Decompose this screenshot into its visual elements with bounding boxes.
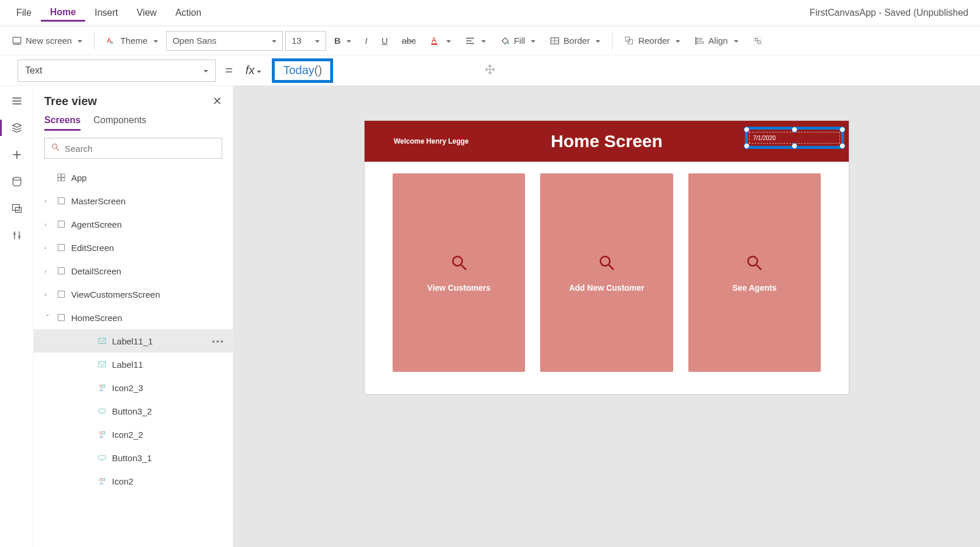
tree-search[interactable]: [44, 138, 222, 159]
menu-file[interactable]: File: [7, 5, 41, 20]
menu-view[interactable]: View: [127, 5, 166, 20]
canvas[interactable]: Welcome Henry Legge Home Screen 7/1/2020: [365, 121, 849, 394]
italic-button[interactable]: I: [359, 33, 373, 48]
bold-button[interactable]: B: [328, 33, 357, 48]
svg-rect-28: [15, 207, 21, 212]
tree-item-detailscreen[interactable]: › DetailScreen: [34, 259, 233, 283]
font-family-select[interactable]: Open Sans: [166, 31, 283, 51]
rail-media[interactable]: [10, 201, 24, 215]
fill-button[interactable]: Fill: [494, 33, 541, 48]
rail-advanced[interactable]: [10, 228, 24, 242]
group-button[interactable]: [747, 33, 769, 48]
date-label-text: 7/1/2020: [753, 135, 776, 141]
card-label: View Customers: [427, 283, 491, 292]
border-icon: [550, 36, 560, 46]
more-icon[interactable]: •••: [212, 336, 225, 346]
screen-icon: [56, 196, 66, 206]
app-header: Welcome Henry Legge Home Screen 7/1/2020: [365, 121, 849, 162]
property-select[interactable]: Text: [18, 60, 216, 82]
rail-insert[interactable]: [10, 148, 24, 162]
rail-tree-view[interactable]: [10, 121, 24, 135]
reorder-label: Reorder: [638, 36, 670, 46]
cards-row: View Customers Add New Customer See Agen…: [365, 162, 849, 384]
svg-rect-46: [99, 361, 106, 367]
menu-home[interactable]: Home: [41, 5, 85, 22]
tree-item-masterscreen[interactable]: › MasterScreen: [34, 189, 233, 212]
new-screen-button[interactable]: New screen: [6, 33, 88, 48]
fx-button[interactable]: fx: [242, 64, 265, 77]
menu-insert[interactable]: Insert: [85, 5, 127, 20]
svg-point-50: [99, 431, 102, 434]
collapse-icon[interactable]: ›: [44, 314, 51, 321]
expand-icon[interactable]: ›: [44, 197, 51, 204]
text-align-button[interactable]: [459, 33, 492, 48]
chevron-down-icon: [313, 36, 320, 46]
expand-icon[interactable]: ›: [44, 244, 51, 251]
underline-button[interactable]: U: [376, 33, 394, 48]
tree-item-button3-1[interactable]: Button3_1: [34, 446, 233, 469]
app-icon: [56, 172, 66, 183]
tree-item-label: Icon2_2: [112, 430, 143, 440]
equals-sign: =: [223, 63, 235, 78]
reorder-icon: [624, 36, 635, 46]
rail-data[interactable]: [10, 175, 24, 189]
chevron-down-icon: [593, 36, 600, 46]
close-icon[interactable]: ✕: [212, 94, 222, 108]
tree-item-label11-1[interactable]: Label11_1 •••: [34, 329, 233, 353]
svg-rect-14: [628, 39, 633, 44]
tab-screens[interactable]: Screens: [44, 115, 80, 131]
tree-item-app[interactable]: App: [34, 166, 233, 189]
menu-action[interactable]: Action: [166, 5, 211, 20]
rail-hamburger[interactable]: [10, 94, 24, 108]
chevron-down-icon: [479, 36, 486, 46]
screen-icon: [12, 36, 22, 46]
ribbon: New screen Aa Theme Open Sans 13 B I U a…: [0, 26, 980, 55]
card-view-customers[interactable]: View Customers: [393, 173, 525, 372]
strikethrough-button[interactable]: abc: [396, 33, 422, 48]
svg-text:A: A: [432, 36, 436, 44]
tree-item-viewcustomersscreen[interactable]: › ViewCustomersScreen: [34, 283, 233, 306]
tree-item-button3-2[interactable]: Button3_2: [34, 399, 233, 423]
tree-search-input[interactable]: [65, 144, 216, 154]
svg-rect-52: [99, 456, 106, 460]
expand-icon[interactable]: ›: [44, 221, 51, 228]
tree-item-icon2-3[interactable]: Icon2_3: [34, 376, 233, 399]
expand-icon[interactable]: ›: [44, 267, 51, 274]
tree-item-homescreen[interactable]: › HomeScreen: [34, 306, 233, 329]
expand-icon[interactable]: ›: [44, 291, 51, 298]
move-handle-icon[interactable]: [484, 64, 496, 78]
tree-list: App › MasterScreen › AgentScreen › EditS…: [34, 166, 233, 547]
card-see-agents[interactable]: See Agents: [688, 173, 821, 372]
formula-input[interactable]: Today(): [272, 58, 333, 83]
border-button[interactable]: Border: [544, 33, 606, 48]
svg-rect-54: [103, 478, 105, 480]
theme-label: Theme: [120, 36, 148, 46]
selected-date-label[interactable]: 7/1/2020: [745, 127, 844, 149]
formula-parens: (): [314, 64, 322, 77]
tree-item-label11[interactable]: Label11: [34, 353, 233, 376]
svg-rect-40: [58, 221, 65, 228]
reorder-button[interactable]: Reorder: [618, 33, 686, 48]
tree-item-editscreen[interactable]: › EditScreen: [34, 236, 233, 259]
card-add-customer[interactable]: Add New Customer: [540, 173, 673, 372]
tree-item-label: Label11_1: [112, 336, 153, 346]
tab-components[interactable]: Components: [93, 115, 146, 131]
svg-rect-16: [698, 38, 702, 40]
font-color-icon: A: [430, 36, 440, 46]
font-color-button[interactable]: A: [424, 33, 457, 48]
svg-rect-20: [758, 41, 761, 44]
chevron-down-icon: [151, 36, 158, 46]
left-rail: [0, 86, 34, 547]
screen-icon: [56, 312, 66, 323]
tree-item-icon2-2[interactable]: Icon2_2: [34, 423, 233, 446]
theme-button[interactable]: Aa Theme: [100, 33, 164, 48]
tree-item-label: Button3_1: [112, 453, 152, 463]
icon-control-icon: [97, 382, 107, 393]
align-button[interactable]: Align: [688, 33, 744, 48]
canvas-area[interactable]: Welcome Henry Legge Home Screen 7/1/2020: [233, 86, 980, 547]
font-size-select[interactable]: 13: [285, 31, 326, 51]
tree-item-icon2[interactable]: Icon2: [34, 469, 233, 493]
tree-item-agentscreen[interactable]: › AgentScreen: [34, 212, 233, 236]
button-icon: [97, 406, 107, 416]
svg-rect-41: [58, 245, 65, 251]
